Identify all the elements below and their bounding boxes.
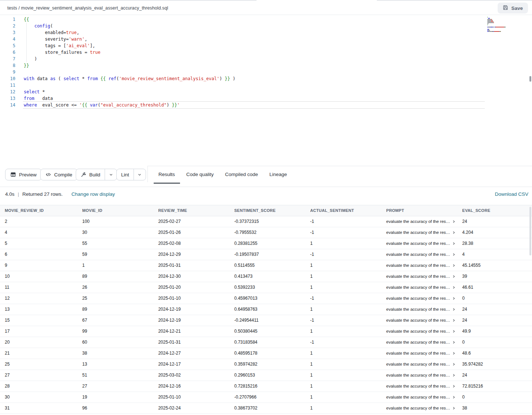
code-line[interactable]: 8}} (0, 62, 532, 69)
prompt-preview-text: evaluate the accuracy of the res… (386, 260, 450, 271)
cell-prompt: evaluate the accuracy of the res… (380, 403, 456, 414)
download-csv-link[interactable]: Download CSV (495, 191, 528, 197)
cell-eval-score: 24 (456, 304, 532, 315)
line-number: 2 (0, 23, 15, 29)
expand-chevron-icon[interactable] (452, 341, 456, 344)
line-number: 6 (0, 49, 15, 56)
code-line[interactable]: 4 severity='warn', (0, 36, 532, 42)
cell-movie-id: 26 (76, 282, 152, 293)
cell-review-time: 2024-12-30 (152, 271, 228, 282)
code-line[interactable]: 13from data (0, 95, 532, 102)
table-row: 27512025-03-020.29601531evaluate the acc… (0, 370, 532, 381)
cell-review-time: 2024-12-21 (152, 326, 228, 337)
expand-chevron-icon[interactable] (452, 286, 456, 289)
expand-chevron-icon[interactable] (452, 396, 456, 399)
column-header-sentiment_score: SENTIMENT_SCORE (228, 205, 304, 216)
line-number: 13 (0, 95, 15, 102)
code-line[interactable]: 12select * (0, 89, 532, 95)
code-line[interactable]: 1{{ (0, 16, 532, 23)
line-number: 12 (0, 89, 15, 95)
cell-sentiment-score: -0.19507837 (228, 249, 304, 260)
expand-chevron-icon[interactable] (452, 319, 456, 322)
line-number: 5 (0, 42, 15, 49)
code-line[interactable]: 10with data as ( select * from {{ ref('m… (0, 75, 532, 82)
tab-lineage[interactable]: Lineage (269, 169, 287, 180)
cell-movie-review-id: 10 (0, 271, 76, 282)
code-line[interactable]: 2 config( (0, 23, 532, 29)
expand-chevron-icon[interactable] (452, 231, 456, 234)
expand-chevron-icon[interactable] (452, 220, 456, 223)
lint-button[interactable]: Lint (117, 169, 134, 180)
cell-prompt: evaluate the accuracy of the res… (380, 293, 456, 304)
results-scrollbar-thumb[interactable] (529, 207, 531, 255)
line-number: 8 (0, 62, 15, 69)
expand-chevron-icon[interactable] (452, 352, 456, 355)
code-line-text: tags = ['ai_eval'], (24, 42, 95, 49)
expand-chevron-icon[interactable] (452, 253, 456, 256)
code-line[interactable]: 5 tags = ['ai_eval'], (0, 42, 532, 49)
cell-movie-id: 13 (76, 359, 152, 370)
compile-button[interactable]: Compile (40, 169, 78, 180)
cell-actual-sentiment: 1 (304, 403, 380, 414)
cell-eval-score: 46.61 (456, 282, 532, 293)
table-row: 17992024-12-210.503804451evaluate the ac… (0, 326, 532, 337)
line-number: 11 (0, 82, 15, 89)
cell-movie-review-id: 13 (0, 304, 76, 315)
code-line[interactable]: 11 (0, 82, 532, 89)
expand-chevron-icon[interactable] (452, 275, 456, 278)
code-line[interactable]: 3 enabled=true, (0, 29, 532, 36)
cell-actual-sentiment: 1 (304, 271, 380, 282)
cell-movie-review-id: 11 (0, 282, 76, 293)
expand-chevron-icon[interactable] (452, 385, 456, 388)
expand-chevron-icon[interactable] (452, 308, 456, 311)
chevron-down-icon (138, 173, 142, 177)
tab-compiled-code[interactable]: Compiled code (225, 169, 258, 180)
cell-review-time: 2024-12-19 (152, 304, 228, 315)
expand-chevron-icon[interactable] (452, 363, 456, 366)
lint-dropdown-toggle[interactable] (134, 169, 146, 180)
code-line[interactable]: 9 (0, 69, 532, 75)
editor-scrollbar-thumb[interactable] (529, 76, 531, 82)
indent-guide (26, 23, 27, 62)
cell-actual-sentiment: 1 (304, 359, 380, 370)
prompt-preview-text: evaluate the accuracy of the res… (386, 315, 450, 326)
code-line[interactable]: 6 store_failures = true (0, 49, 532, 56)
code-line[interactable]: 7 ) (0, 56, 532, 62)
sql-code-editor[interactable]: 1{{2 config(3 enabled=true,4 severity='w… (0, 15, 532, 166)
cell-movie-review-id: 15 (0, 315, 76, 326)
editor-minimap[interactable] (487, 17, 528, 32)
preview-button[interactable]: Preview (5, 169, 42, 180)
results-table-header: MOVIE_REVIEW_IDMOVIE_IDREVIEW_TIMESENTIM… (0, 205, 532, 216)
table-row: 28272024-12-160.728152161evaluate the ac… (0, 381, 532, 392)
cell-eval-score: 72.815216 (456, 381, 532, 392)
expand-chevron-icon[interactable] (452, 330, 456, 333)
column-header-actual_sentiment: ACTUAL_SENTIMENT (304, 205, 380, 216)
line-number: 4 (0, 36, 15, 42)
expand-chevron-icon[interactable] (452, 297, 456, 300)
save-button[interactable]: Save (498, 3, 528, 14)
prompt-preview-text: evaluate the accuracy of the res… (386, 216, 450, 227)
cell-movie-review-id: 2 (0, 216, 76, 227)
cell-review-time: 2024-12-19 (152, 315, 228, 326)
build-button[interactable]: Build (76, 169, 105, 180)
cell-sentiment-score: -0.24954411 (228, 315, 304, 326)
cell-prompt: evaluate the accuracy of the res… (380, 348, 456, 359)
build-dropdown-toggle[interactable] (105, 169, 117, 180)
table-row: 912025-01-310.51145551evaluate the accur… (0, 260, 532, 271)
query-duration: 4.0s (5, 191, 15, 197)
cell-movie-review-id: 6 (0, 249, 76, 260)
active-tab-underline (154, 183, 180, 184)
change-row-display-link[interactable]: Change row display (71, 191, 115, 197)
expand-chevron-icon[interactable] (452, 242, 456, 245)
expand-chevron-icon[interactable] (452, 374, 456, 377)
cell-eval-score: 4.204 (456, 227, 532, 238)
cell-movie-review-id: 21 (0, 348, 76, 359)
expand-chevron-icon[interactable] (452, 264, 456, 267)
cell-prompt: evaluate the accuracy of the res… (380, 315, 456, 326)
tab-code-quality[interactable]: Code quality (186, 169, 214, 180)
hammer-icon (80, 172, 86, 177)
code-line[interactable]: 14where eval_score <= '{{ var("eval_accu… (0, 102, 532, 108)
expand-chevron-icon[interactable] (452, 407, 456, 410)
tab-results[interactable]: Results (158, 169, 175, 180)
cell-eval-score: 39 (456, 271, 532, 282)
